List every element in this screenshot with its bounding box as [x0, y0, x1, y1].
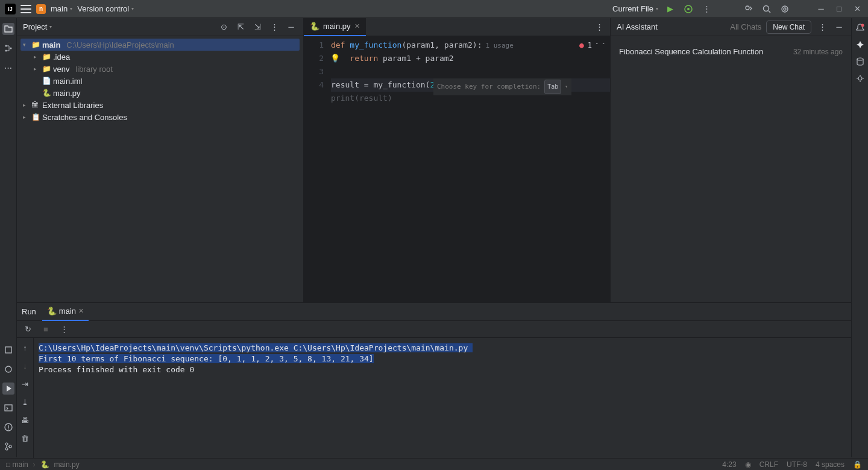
line-number: 3 [304, 65, 324, 78]
svg-point-20 [857, 58, 863, 60]
ext-libs-label: External Libraries [42, 101, 103, 110]
vcs-tool-button[interactable] [2, 440, 14, 453]
hint-chevron-icon[interactable]: ▾ [565, 80, 568, 94]
all-chats-button[interactable]: All Chats [730, 22, 761, 31]
expand-all-button[interactable]: ⇱ [234, 21, 247, 33]
breadcrumb-file[interactable]: main.py [54, 460, 80, 469]
folder-label: .idea [53, 52, 70, 62]
tree-file-py[interactable]: 🐍 main.py [20, 87, 300, 99]
encoding[interactable]: UTF-8 [787, 460, 807, 469]
run-tool-button[interactable] [2, 383, 14, 395]
svg-line-4 [769, 11, 770, 13]
root-path: C:\Users\Hp\IdeaProjects\main [66, 40, 174, 49]
close-tab-button[interactable]: ✕ [354, 22, 360, 30]
scroll-to-end-button[interactable]: ⤓ [19, 396, 31, 408]
window-minimize-button[interactable]: ─ [815, 3, 827, 15]
chevron-down-icon: ▾ [49, 24, 52, 30]
line-number: 2 [304, 52, 324, 65]
more-actions-button[interactable]: ⋮ [700, 3, 712, 15]
code-expr: param1 + param2 [383, 54, 453, 63]
svg-point-16 [5, 443, 8, 445]
tree-folder-venv[interactable]: ▸ 📁 venv library root [20, 63, 300, 75]
expand-arrow-icon[interactable]: ▸ [34, 66, 40, 72]
run-options-button[interactable]: ⋮ [58, 323, 70, 335]
intention-bulb-icon[interactable]: 💡 [330, 52, 340, 65]
tree-folder-idea[interactable]: ▸ 📁 .idea [20, 51, 300, 63]
svg-point-1 [687, 8, 690, 10]
run-config-dropdown[interactable]: Current File ▾ [612, 4, 658, 13]
notifications-button[interactable] [855, 23, 865, 33]
branch-indicator[interactable]: □ main [6, 460, 28, 469]
ide-logo-icon: IJ [5, 4, 16, 14]
services-tool-button[interactable] [2, 363, 14, 375]
new-chat-button[interactable]: New Chat [766, 21, 811, 34]
code-text: result = my_function( [331, 80, 430, 89]
clear-button[interactable]: 🗑 [19, 432, 31, 444]
structure-tool-button[interactable] [2, 42, 14, 54]
readonly-lock-icon[interactable]: 🔒 [853, 460, 862, 469]
readonly-toggle[interactable]: ◉ [745, 460, 751, 469]
tab-options-button[interactable]: ⋮ [593, 21, 605, 33]
project-view-dropdown[interactable]: Project ▾ [23, 22, 52, 31]
print-button[interactable]: 🖶 [19, 414, 31, 426]
window-close-button[interactable]: ✕ [851, 3, 863, 15]
select-opened-file-button[interactable]: ⊙ [218, 21, 230, 33]
rerun-button[interactable]: ↻ [22, 323, 34, 335]
svg-point-21 [858, 77, 862, 80]
project-dropdown[interactable]: main ▾ [51, 4, 72, 13]
window-restore-button[interactable]: □ [833, 3, 845, 15]
tree-root[interactable]: ▾ 📁 main C:\Users\Hp\IdeaProjects\main [20, 39, 300, 51]
file-label: main.py [53, 89, 81, 98]
close-run-tab-button[interactable]: ✕ [78, 307, 84, 315]
ai-options-button[interactable]: ⋮ [816, 21, 828, 33]
indent-settings[interactable]: 4 spaces [816, 460, 844, 469]
terminal-tool-button[interactable] [2, 402, 14, 414]
root-name: main [42, 40, 60, 49]
project-tool-button[interactable] [2, 23, 14, 35]
vcs-dropdown[interactable]: Version control ▾ [77, 4, 134, 13]
tree-scratches[interactable]: ▸ 📋 Scratches and Consoles [20, 111, 300, 123]
titlebar: IJ n main ▾ Version control ▾ Current Fi… [0, 0, 868, 18]
run-side-toolbar: ↑ ↓ ⇥ ⤓ 🖶 🗑 [17, 338, 34, 458]
debug-button[interactable] [682, 3, 694, 15]
database-button[interactable] [855, 57, 865, 66]
tree-file-iml[interactable]: 📄 main.iml [20, 75, 300, 87]
more-tools-button[interactable]: ⋯ [2, 62, 14, 74]
chevron-down-icon: ▾ [656, 6, 658, 11]
svg-point-18 [9, 445, 11, 448]
tree-external-libs[interactable]: ▸ 🏛 External Libraries [20, 99, 300, 111]
settings-button[interactable] [779, 3, 791, 15]
next-error-button[interactable]: ˅ [602, 39, 605, 52]
code-with-me-button[interactable] [743, 3, 755, 15]
run-tab-label: main [59, 306, 76, 316]
run-button[interactable]: ▶ [664, 3, 676, 15]
bookmarks-tool-button[interactable] [2, 344, 14, 356]
hide-ai-panel-button[interactable]: ─ [833, 21, 845, 33]
problems-tool-button[interactable] [2, 421, 14, 433]
hide-panel-button[interactable]: ─ [285, 21, 297, 33]
expand-arrow-icon[interactable]: ▸ [34, 54, 40, 60]
inspection-widget[interactable]: ● 1 ˄ ˅ [579, 39, 605, 52]
collapse-all-button[interactable]: ⇲ [251, 21, 263, 33]
expand-arrow-icon[interactable]: ▸ [23, 114, 29, 120]
console-output[interactable]: C:\Users\Hp\IdeaProjects\main\venv\Scrip… [34, 338, 851, 458]
expand-arrow-icon[interactable]: ▸ [23, 102, 29, 108]
search-button[interactable] [761, 3, 773, 15]
panel-options-button[interactable]: ⋮ [268, 21, 280, 33]
line-separator[interactable]: CRLF [760, 460, 778, 469]
chat-history-item[interactable]: Fibonacci Sequence Calculation Function … [617, 42, 845, 61]
soft-wrap-button[interactable]: ⇥ [19, 378, 31, 390]
main-menu-button[interactable] [20, 5, 31, 13]
caret-position[interactable]: 4:23 [722, 460, 736, 469]
console-text: C:\Users\Hp\IdeaProjects\main\venv\Scrip… [39, 343, 473, 352]
expand-arrow-icon[interactable]: ▾ [23, 42, 29, 48]
project-tree[interactable]: ▾ 📁 main C:\Users\Hp\IdeaProjects\main ▸… [17, 36, 303, 125]
stop-button[interactable]: ■ [40, 323, 52, 335]
scroll-up-button[interactable]: ↑ [19, 341, 31, 354]
run-config-tab[interactable]: 🐍 main ✕ [42, 303, 89, 321]
ai-chat-button[interactable] [855, 74, 865, 83]
editor-tab[interactable]: 🐍 main.py ✕ [304, 18, 366, 36]
scroll-down-button[interactable]: ↓ [19, 360, 31, 372]
prev-error-button[interactable]: ˄ [596, 39, 599, 52]
ai-assistant-button[interactable] [855, 40, 865, 49]
